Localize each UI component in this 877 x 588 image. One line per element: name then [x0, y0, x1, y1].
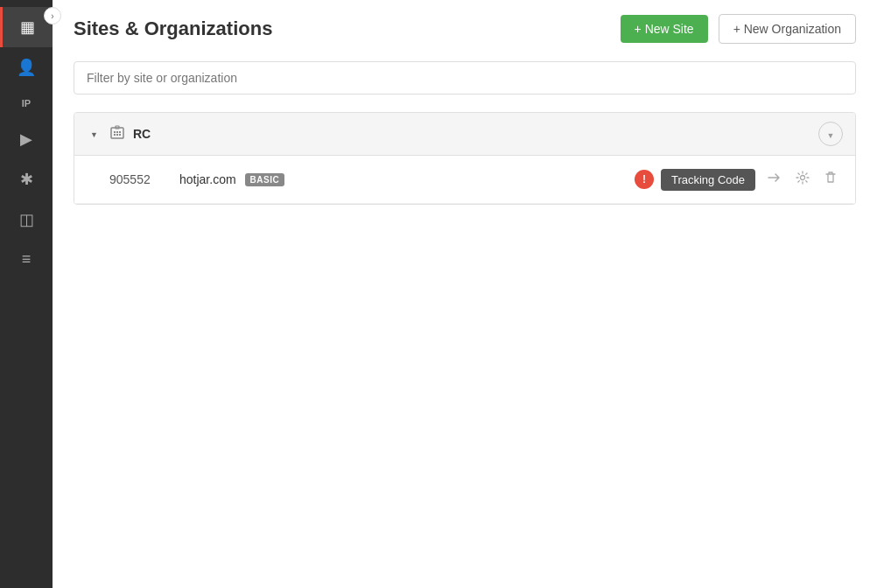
sidebar-item-users[interactable]: 👤 — [0, 47, 53, 88]
organization-icon — [110, 125, 124, 143]
transfer-icon — [766, 170, 782, 189]
svg-rect-6 — [119, 134, 121, 136]
sidebar-toggle[interactable]: › — [44, 7, 61, 24]
chevron-right-icon: › — [51, 11, 53, 21]
sidebar-item-heatmaps[interactable]: ✱ — [0, 159, 53, 200]
transfer-button[interactable] — [762, 166, 785, 192]
main-content: Sites & Organizations + New Site + New O… — [53, 0, 877, 588]
site-id: 905552 — [109, 172, 179, 186]
settings-button[interactable] — [792, 167, 813, 192]
sidebar-item-recordings[interactable]: ▶ — [0, 119, 53, 159]
page-title: Sites & Organizations — [74, 18, 610, 40]
svg-rect-3 — [119, 131, 121, 133]
organization-header: RC — [74, 113, 855, 156]
svg-rect-4 — [114, 134, 116, 136]
org-chevron-down-icon — [827, 128, 835, 141]
sidebar-item-reports[interactable]: ≡ — [0, 240, 53, 279]
gear-icon — [796, 171, 810, 188]
delete-button[interactable] — [820, 167, 841, 192]
tracking-code-button[interactable]: Tracking Code — [661, 169, 755, 191]
site-domain: hotjar.com — [179, 172, 236, 186]
new-organization-button[interactable]: + New Organization — [719, 14, 856, 44]
page-header: Sites & Organizations + New Site + New O… — [74, 14, 856, 44]
svg-point-8 — [801, 176, 805, 180]
site-actions: ! Tracking Code — [635, 166, 841, 192]
dashboard-icon: ▦ — [20, 18, 35, 37]
funnels-icon: ◫ — [19, 210, 34, 229]
user-icon: 👤 — [17, 58, 36, 77]
warning-icon[interactable]: ! — [635, 170, 654, 189]
org-toggle-button[interactable] — [87, 126, 102, 142]
svg-rect-1 — [114, 131, 116, 133]
plan-badge: BASIC — [245, 173, 285, 186]
sidebar-item-ip[interactable]: IP — [0, 88, 53, 119]
sidebar-item-funnels[interactable]: ◫ — [0, 200, 53, 240]
reports-icon: ≡ — [22, 250, 32, 269]
heatmaps-icon: ✱ — [20, 170, 33, 189]
organization-name: RC — [133, 127, 810, 141]
new-site-button[interactable]: + New Site — [621, 15, 708, 43]
trash-icon — [824, 171, 838, 188]
organization-container: RC 905552 hotjar.com BASIC ! Tracking Co… — [74, 112, 856, 205]
svg-rect-2 — [116, 131, 118, 133]
filter-bar — [74, 61, 856, 94]
sidebar: › ▦ 👤 IP ▶ ✱ ◫ ≡ — [0, 0, 53, 588]
organization-dropdown-button[interactable] — [818, 122, 843, 146]
filter-input[interactable] — [74, 61, 856, 94]
recordings-icon: ▶ — [20, 130, 32, 149]
ip-icon: IP — [22, 98, 31, 108]
site-row: 905552 hotjar.com BASIC ! Tracking Code — [74, 156, 855, 204]
chevron-down-icon — [90, 128, 98, 140]
svg-rect-5 — [116, 134, 118, 136]
